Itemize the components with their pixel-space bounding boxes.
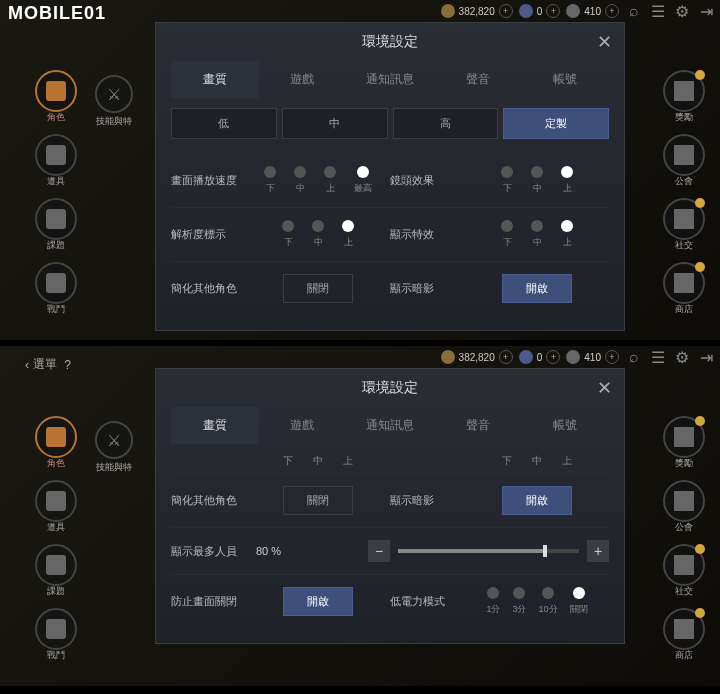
top-bar: 382,820+ 0+ 410+ ⌕ ☰ ⚙ ⇥ bbox=[441, 348, 715, 366]
power-3min[interactable] bbox=[513, 587, 525, 599]
quality-high[interactable]: 高 bbox=[393, 108, 499, 139]
screenlock-toggle[interactable]: 開啟 bbox=[283, 587, 353, 616]
tab-account[interactable]: 帳號 bbox=[521, 61, 609, 98]
tab-bar: 畫質 遊戲 通知訊息 聲音 帳號 bbox=[156, 407, 624, 444]
tab-sound[interactable]: 聲音 bbox=[434, 407, 522, 444]
settings-icon[interactable]: ⚙ bbox=[673, 2, 691, 20]
menu-quests[interactable]: 課題 bbox=[35, 544, 77, 586]
cam-mid[interactable] bbox=[531, 166, 543, 178]
gem-icon bbox=[519, 350, 533, 364]
left-menu: 角色 道具 課題 戰鬥 bbox=[35, 70, 77, 304]
fx-low[interactable] bbox=[501, 220, 513, 232]
quality-low[interactable]: 低 bbox=[171, 108, 277, 139]
right-menu: 獎勵 公會 社交 商店 bbox=[663, 70, 705, 304]
close-icon[interactable]: ✕ bbox=[597, 377, 612, 399]
menu-guild[interactable]: 公會 bbox=[663, 480, 705, 522]
search-icon[interactable]: ⌕ bbox=[625, 348, 643, 366]
tab-game[interactable]: 遊戲 bbox=[259, 61, 347, 98]
fps-high[interactable] bbox=[324, 166, 336, 178]
profile-icon[interactable]: ☰ bbox=[649, 348, 667, 366]
camera-label: 鏡頭效果 bbox=[390, 173, 465, 188]
maxplayers-slider[interactable] bbox=[398, 549, 579, 553]
add-gem-button[interactable]: + bbox=[546, 4, 560, 18]
resolution-label: 解析度標示 bbox=[171, 227, 246, 242]
settings-dialog: 環境設定 ✕ 畫質 遊戲 通知訊息 聲音 帳號 低 中 高 定製 畫面播放速度 … bbox=[155, 22, 625, 331]
fps-low[interactable] bbox=[264, 166, 276, 178]
settings-dialog: 環境設定 ✕ 畫質 遊戲 通知訊息 聲音 帳號 下中上 下中上 簡化其他角色 關… bbox=[155, 368, 625, 644]
menu-rewards[interactable]: 獎勵 bbox=[663, 70, 705, 112]
gem-icon bbox=[519, 4, 533, 18]
gem-amount: 0 bbox=[537, 6, 543, 17]
fx-high[interactable] bbox=[561, 220, 573, 232]
menu-guild[interactable]: 公會 bbox=[663, 134, 705, 176]
back-button[interactable]: ‹ 選單 ? bbox=[25, 356, 71, 373]
tab-sound[interactable]: 聲音 bbox=[434, 61, 522, 98]
left-menu: 角色 道具 課題 戰鬥 bbox=[35, 416, 77, 650]
menu-quests[interactable]: 課題 bbox=[35, 198, 77, 240]
shadows-label: 顯示暗影 bbox=[390, 281, 465, 296]
fx-mid[interactable] bbox=[531, 220, 543, 232]
tab-notify[interactable]: 通知訊息 bbox=[346, 407, 434, 444]
simplify-label: 簡化其他角色 bbox=[171, 281, 246, 296]
simplify-toggle[interactable]: 關閉 bbox=[283, 486, 353, 515]
add-coin-button[interactable]: + bbox=[605, 350, 619, 364]
quality-mid[interactable]: 中 bbox=[282, 108, 388, 139]
shadows-toggle[interactable]: 開啟 bbox=[502, 486, 572, 515]
menu-character[interactable]: 角色 bbox=[35, 416, 77, 458]
maxplayers-label: 顯示最多人員 bbox=[171, 544, 246, 559]
add-gold-button[interactable]: + bbox=[499, 350, 513, 364]
top-bar: 382,820+ 0+ 410+ ⌕ ☰ ⚙ ⇥ bbox=[441, 2, 715, 20]
effects-label: 顯示特效 bbox=[390, 227, 465, 242]
powersave-label: 低電力模式 bbox=[390, 594, 465, 609]
tab-quality[interactable]: 畫質 bbox=[171, 61, 259, 98]
skills-button[interactable]: ⚔ 技能與特 bbox=[95, 421, 133, 474]
menu-rewards[interactable]: 獎勵 bbox=[663, 416, 705, 458]
settings-icon[interactable]: ⚙ bbox=[673, 348, 691, 366]
res-mid[interactable] bbox=[312, 220, 324, 232]
power-10min[interactable] bbox=[542, 587, 554, 599]
fps-max[interactable] bbox=[357, 166, 369, 178]
res-low[interactable] bbox=[282, 220, 294, 232]
menu-character[interactable]: 角色 bbox=[35, 70, 77, 112]
tab-game[interactable]: 遊戲 bbox=[259, 407, 347, 444]
menu-items[interactable]: 道具 bbox=[35, 134, 77, 176]
quality-custom[interactable]: 定製 bbox=[503, 108, 609, 139]
add-gem-button[interactable]: + bbox=[546, 350, 560, 364]
skills-button[interactable]: ⚔ 技能與特 bbox=[95, 75, 133, 128]
exit-icon[interactable]: ⇥ bbox=[697, 2, 715, 20]
coin-icon bbox=[566, 4, 580, 18]
tab-quality[interactable]: 畫質 bbox=[171, 407, 259, 444]
coin-amount: 410 bbox=[584, 6, 601, 17]
menu-combat[interactable]: 戰鬥 bbox=[35, 262, 77, 304]
power-off[interactable] bbox=[573, 587, 585, 599]
screenlock-label: 防止畫面關閉 bbox=[171, 594, 246, 609]
close-icon[interactable]: ✕ bbox=[597, 31, 612, 53]
fps-mid[interactable] bbox=[294, 166, 306, 178]
quality-preset-row: 低 中 高 定製 bbox=[156, 98, 624, 149]
tab-notify[interactable]: 通知訊息 bbox=[346, 61, 434, 98]
tab-account[interactable]: 帳號 bbox=[521, 407, 609, 444]
profile-icon[interactable]: ☰ bbox=[649, 2, 667, 20]
menu-shop[interactable]: 商店 bbox=[663, 262, 705, 304]
gold-icon bbox=[441, 350, 455, 364]
right-menu: 獎勵 公會 社交 商店 bbox=[663, 416, 705, 650]
res-high[interactable] bbox=[342, 220, 354, 232]
menu-social[interactable]: 社交 bbox=[663, 544, 705, 586]
simplify-toggle[interactable]: 關閉 bbox=[283, 274, 353, 303]
menu-shop[interactable]: 商店 bbox=[663, 608, 705, 650]
menu-social[interactable]: 社交 bbox=[663, 198, 705, 240]
menu-combat[interactable]: 戰鬥 bbox=[35, 608, 77, 650]
cam-low[interactable] bbox=[501, 166, 513, 178]
dialog-title: 環境設定 ✕ bbox=[156, 23, 624, 61]
power-1min[interactable] bbox=[487, 587, 499, 599]
shadows-toggle[interactable]: 開啟 bbox=[502, 274, 572, 303]
slider-minus[interactable]: − bbox=[368, 540, 390, 562]
cam-high[interactable] bbox=[561, 166, 573, 178]
slider-plus[interactable]: + bbox=[587, 540, 609, 562]
menu-items[interactable]: 道具 bbox=[35, 480, 77, 522]
exit-icon[interactable]: ⇥ bbox=[697, 348, 715, 366]
search-icon[interactable]: ⌕ bbox=[625, 2, 643, 20]
add-coin-button[interactable]: + bbox=[605, 4, 619, 18]
shadows-label: 顯示暗影 bbox=[390, 493, 465, 508]
add-gold-button[interactable]: + bbox=[499, 4, 513, 18]
